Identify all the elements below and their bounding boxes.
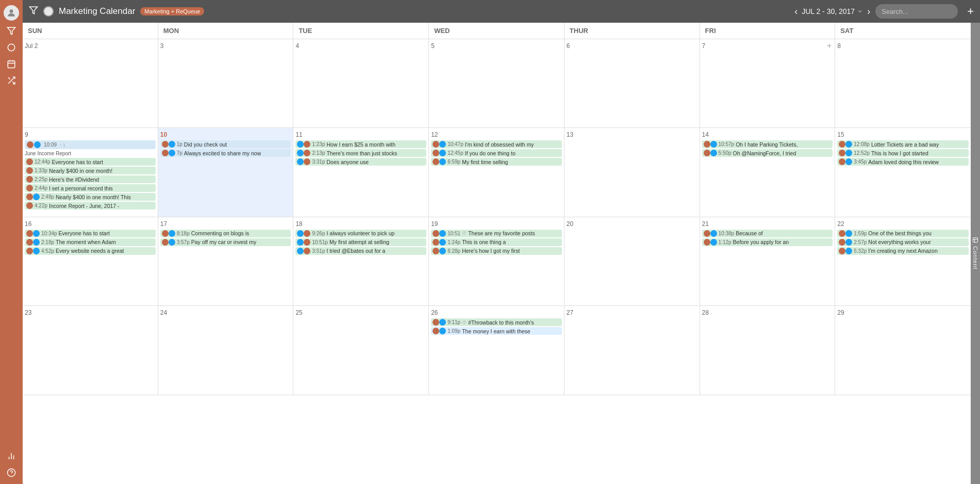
cell-jul6: 6 bbox=[564, 39, 700, 127]
cell-jul5: 5 bbox=[429, 39, 564, 127]
date-jul6: 6 bbox=[567, 42, 697, 50]
event-21-1[interactable]: 10:38p Because of bbox=[702, 230, 833, 237]
event-icons bbox=[162, 150, 175, 156]
event-9-3[interactable]: 1:33p Nearly $400 in one month! bbox=[25, 167, 156, 174]
day-headers: SUN MON TUE WED THUR FRI SAT bbox=[23, 23, 971, 39]
event-17-1[interactable]: 8:18p Commenting on blogs is bbox=[160, 230, 291, 237]
event-icons bbox=[839, 150, 852, 156]
event-9-4[interactable]: 2:25p Here's the #Dividend bbox=[25, 175, 156, 183]
topbar-badge: Marketing + ReQueue bbox=[140, 7, 204, 15]
filter-icon[interactable] bbox=[5, 25, 18, 37]
event-18-1[interactable]: 9:26p I always volunteer to pick up bbox=[295, 230, 426, 237]
event-16-3[interactable]: 4:52p Every website needs a great bbox=[25, 247, 156, 255]
event-18-3[interactable]: 3:51p I tried @Ebates out for a bbox=[295, 247, 426, 255]
report-label: June Income Report bbox=[25, 151, 156, 156]
cell-12: 12 10:47p I'm kind of obsessed with my bbox=[429, 128, 564, 216]
main-content: Marketing Calendar Marketing + ReQueue ‹… bbox=[23, 0, 980, 484]
calendar-icon[interactable] bbox=[5, 58, 18, 70]
cell-28: 28 bbox=[700, 306, 836, 394]
prev-btn[interactable]: ‹ bbox=[794, 6, 798, 17]
date-13: 13 bbox=[567, 131, 697, 138]
topbar-filter-icon[interactable] bbox=[29, 6, 38, 17]
date-jul5: 5 bbox=[431, 42, 562, 50]
avatar[interactable] bbox=[4, 5, 19, 21]
add-event-jul7[interactable]: + bbox=[827, 41, 832, 51]
date-22: 22 bbox=[837, 220, 969, 228]
svg-rect-16 bbox=[973, 238, 978, 243]
topbar-date[interactable]: JUL 2 - 30, 2017 bbox=[802, 7, 863, 15]
event-14-2[interactable]: 5:50p Oh @NamingForce, I tried bbox=[702, 149, 833, 157]
event-19-3[interactable]: 6:28p Here's how I got my first bbox=[431, 247, 562, 255]
date-19: 19 bbox=[431, 220, 562, 228]
cell-jul3: 3 bbox=[158, 39, 294, 127]
event-18-2[interactable]: 10:51p My first attempt at selling bbox=[295, 238, 426, 246]
event-26-2[interactable]: 1:09p The money I earn with these bbox=[431, 327, 562, 335]
event-11-3[interactable]: 3:31p Does anyone use bbox=[295, 158, 426, 166]
event-16-1[interactable]: 10:34p Everyone has to start bbox=[25, 230, 156, 237]
event-icons bbox=[27, 141, 41, 148]
topbar: Marketing Calendar Marketing + ReQueue ‹… bbox=[23, 0, 980, 23]
date-9: 9 bbox=[25, 131, 156, 138]
add-button[interactable]: + bbox=[967, 5, 974, 18]
event-10-2[interactable]: 7p Always excited to share my now bbox=[160, 149, 291, 157]
circle-icon[interactable] bbox=[5, 41, 18, 54]
event-icons bbox=[704, 141, 717, 148]
question-icon[interactable] bbox=[5, 466, 18, 479]
cell-9: 9 10:09 ↑ 1 June Income Report bbox=[23, 128, 158, 216]
svg-line-9 bbox=[8, 77, 10, 79]
cell-16: 16 10:34p Everyone has to start 2:18p Th… bbox=[23, 217, 158, 305]
event-9-6[interactable]: 2:48p Nearly $400 in one month! This bbox=[25, 193, 156, 201]
bar-chart-icon[interactable] bbox=[5, 450, 18, 462]
event-26-1[interactable]: 9:11p ⏱ #Throwback to this month's bbox=[431, 318, 562, 326]
cell-14: 14 10:57p Oh I hate Parking Tickets, bbox=[700, 128, 836, 216]
search-input[interactable] bbox=[875, 4, 958, 19]
date-jul7: 7 bbox=[702, 42, 833, 50]
event-12-1[interactable]: 10:47p I'm kind of obsessed with my bbox=[431, 140, 562, 148]
week-2: 9 10:09 ↑ 1 June Income Report bbox=[23, 128, 971, 217]
event-12-3[interactable]: 6:59p My first time selling bbox=[431, 158, 562, 166]
shuffle-icon[interactable] bbox=[5, 74, 18, 87]
event-11-1[interactable]: 1:23p How I earn $25 a month with bbox=[295, 140, 426, 148]
event-22-3[interactable]: 5:32p I'm creating my next Amazon bbox=[837, 247, 969, 255]
event-19-1[interactable]: 10:51 ⏱ These are my favorite posts bbox=[431, 230, 562, 237]
sidebar bbox=[0, 0, 23, 484]
cell-jul8: 8 bbox=[835, 39, 971, 127]
svg-marker-1 bbox=[8, 27, 15, 35]
event-9-5[interactable]: 2:44p I set a personal record this bbox=[25, 184, 156, 192]
event-19-2[interactable]: 1:24p This is one thing a bbox=[431, 238, 562, 246]
content-tab[interactable]: Content bbox=[971, 23, 980, 484]
event-9-7[interactable]: 4:22p Income Report - June, 2017 - bbox=[25, 202, 156, 209]
event-icons bbox=[839, 158, 852, 165]
event-icons bbox=[26, 193, 40, 200]
event-9-1[interactable]: 10:09 ↑ 1 bbox=[25, 140, 156, 149]
event-icons bbox=[704, 150, 717, 156]
event-9-2[interactable]: 12:44p Everyone has to start bbox=[25, 158, 156, 166]
event-12-2[interactable]: 12:45p If you do one thing to bbox=[431, 149, 562, 157]
next-btn[interactable]: › bbox=[867, 6, 870, 17]
event-15-1[interactable]: 12:08p Lotter Tickets are a bad way bbox=[837, 140, 969, 148]
date-29: 29 bbox=[837, 309, 969, 316]
svg-marker-15 bbox=[30, 7, 38, 14]
date-23: 23 bbox=[25, 309, 156, 316]
event-15-2[interactable]: 12:52p This is how I got started bbox=[837, 149, 969, 157]
event-15-3[interactable]: 3:45p Adam loved doing this review bbox=[837, 158, 969, 166]
event-22-2[interactable]: 2:57p Not everything works your bbox=[837, 238, 969, 246]
cell-jul4: 4 bbox=[293, 39, 429, 127]
event-21-2[interactable]: 1:12p Before you apply for an bbox=[702, 238, 833, 246]
day-header-thur: THUR bbox=[564, 23, 700, 39]
event-17-2[interactable]: 3:57p Pay off my car or invest my bbox=[160, 238, 291, 246]
day-header-sun: SUN bbox=[23, 23, 158, 39]
topbar-title: Marketing Calendar bbox=[59, 6, 135, 17]
calendar-grid: Jul 2 3 4 5 6 7 + 8 bbox=[23, 39, 971, 484]
day-header-wed: WED bbox=[429, 23, 564, 39]
event-14-1[interactable]: 10:57p Oh I hate Parking Tickets, bbox=[702, 140, 833, 148]
date-28: 28 bbox=[702, 309, 833, 316]
date-jul3: 3 bbox=[160, 42, 291, 50]
event-22-1[interactable]: 1:59p One of the best things you bbox=[837, 230, 969, 237]
event-11-2[interactable]: 2:13p There's more than just stocks bbox=[295, 149, 426, 157]
event-16-2[interactable]: 2:18p The moment when Adam bbox=[25, 238, 156, 246]
event-icons bbox=[433, 150, 446, 156]
event-10-1[interactable]: 1p Did you check out bbox=[160, 140, 291, 148]
cell-10: 10 1p Did you check out bbox=[158, 128, 294, 216]
event-icons bbox=[162, 141, 175, 148]
